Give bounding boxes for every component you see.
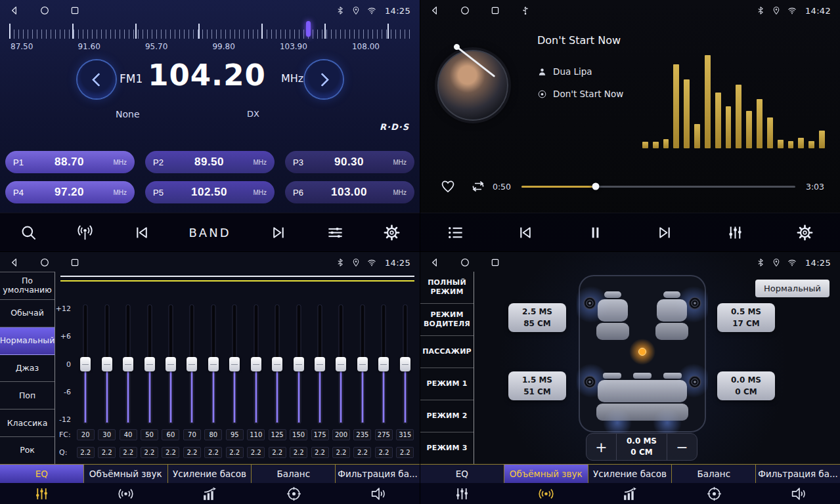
delay-decrease-button[interactable]: − — [667, 434, 697, 460]
previous-station-button[interactable] — [133, 224, 150, 242]
eq-band-slider[interactable] — [314, 304, 326, 424]
slider-handle[interactable] — [272, 357, 282, 371]
eq-band-slider[interactable] — [399, 304, 411, 424]
eq-band-slider[interactable] — [357, 304, 368, 424]
delay-rear-left[interactable]: 1.5 MS51 CM — [508, 371, 566, 400]
slider-handle[interactable] — [400, 357, 410, 371]
back-button[interactable] — [9, 5, 20, 16]
next-station-button[interactable] — [270, 224, 288, 242]
audio-eq-button[interactable] — [726, 224, 744, 242]
pause-button[interactable] — [586, 224, 604, 242]
settings-button[interactable] — [383, 224, 401, 242]
tab-balance[interactable]: Баланс — [252, 465, 336, 483]
delay-front-left[interactable]: 2.5 MS85 CM — [508, 303, 566, 332]
eq-band-slider[interactable] — [208, 304, 219, 424]
eq-preset-item[interactable]: Рок — [0, 437, 55, 464]
eq-band-slider[interactable] — [293, 304, 305, 424]
favorite-button[interactable] — [440, 178, 456, 194]
auto-store-button[interactable] — [76, 224, 94, 242]
recent-button[interactable] — [70, 5, 80, 16]
tab-filter[interactable]: Фильтрация ба... — [756, 465, 840, 483]
slider-handle[interactable] — [102, 357, 112, 371]
surround-sound-icon[interactable] — [538, 486, 554, 502]
slider-handle[interactable] — [166, 357, 176, 371]
tune-down-button[interactable] — [77, 60, 116, 98]
preset-p5[interactable]: P5102.50MHz — [145, 181, 275, 203]
listening-mode-item[interactable]: РЕЖИМ 3 — [420, 432, 474, 464]
preset-p3[interactable]: P390.30MHz — [285, 151, 414, 173]
slider-handle[interactable] — [80, 357, 91, 371]
slider-handle[interactable] — [144, 357, 155, 371]
back-button[interactable] — [430, 257, 440, 268]
home-button[interactable] — [39, 257, 50, 268]
band-button[interactable]: BAND — [189, 226, 231, 240]
delay-increase-button[interactable]: + — [586, 434, 617, 460]
sound-preset-button[interactable]: Нормальный — [755, 280, 829, 297]
scan-search-button[interactable] — [20, 224, 37, 242]
tab-surround-sound[interactable]: Объёмный звук — [84, 465, 168, 483]
delay-front-right[interactable]: 0.5 MS17 CM — [717, 303, 775, 332]
frequency-indicator[interactable] — [306, 21, 311, 37]
listening-mode-item[interactable]: ПАССАЖИР — [420, 336, 474, 368]
slider-handle[interactable] — [294, 357, 304, 371]
eq-band-slider[interactable] — [165, 304, 177, 424]
home-button[interactable] — [460, 257, 470, 268]
back-button[interactable] — [430, 5, 440, 16]
slider-handle[interactable] — [208, 357, 219, 371]
tab-balance[interactable]: Баланс — [672, 465, 756, 483]
slider-handle[interactable] — [229, 357, 240, 371]
tab-filter[interactable]: Фильтрация ба... — [336, 465, 420, 483]
preset-p2[interactable]: P289.50MHz — [145, 151, 275, 173]
home-button[interactable] — [460, 5, 470, 16]
eq-band-slider[interactable] — [250, 304, 262, 424]
recent-button[interactable] — [70, 257, 80, 268]
seek-bar-knob[interactable] — [592, 183, 599, 190]
listening-mode-item[interactable]: ПОЛНЫЙ РЕЖИМ — [420, 272, 474, 304]
preset-p4[interactable]: P497.20MHz — [5, 181, 135, 203]
frequency-ruler[interactable] — [9, 24, 410, 39]
settings-button[interactable] — [796, 224, 814, 242]
eq-preset-item[interactable]: По умолчанию — [0, 272, 55, 300]
playlist-button[interactable] — [447, 224, 464, 242]
eq-band-slider[interactable] — [335, 304, 347, 424]
tab-surround-sound[interactable]: Объёмный звук — [504, 465, 588, 483]
audio-settings-button[interactable] — [326, 224, 344, 242]
slider-handle[interactable] — [251, 357, 261, 371]
surround-sound-icon[interactable] — [118, 486, 134, 502]
slider-handle[interactable] — [336, 357, 346, 371]
eq-band-slider[interactable] — [186, 304, 198, 424]
eq-preset-item[interactable]: Классика — [0, 410, 55, 437]
tab-eq[interactable]: EQ — [420, 465, 504, 483]
car-seat-map[interactable] — [577, 274, 708, 433]
eq-preset-item[interactable]: Поп — [0, 382, 55, 410]
recent-button[interactable] — [490, 5, 500, 16]
slider-handle[interactable] — [123, 357, 133, 371]
slider-handle[interactable] — [378, 357, 389, 371]
eq-band-slider[interactable] — [79, 304, 91, 424]
filter-icon[interactable] — [370, 486, 386, 502]
recent-button[interactable] — [490, 257, 500, 268]
eq-preset-item[interactable]: Обычай — [0, 300, 55, 327]
eq-sliders-icon[interactable] — [33, 486, 50, 502]
eq-band-slider[interactable] — [144, 304, 156, 424]
eq-preset-item[interactable]: Нормальный — [0, 327, 55, 355]
tab-bass-boost[interactable]: Усиление басов — [588, 465, 673, 483]
bass-boost-icon[interactable] — [622, 486, 638, 502]
preset-p6[interactable]: P6103.00MHz — [285, 181, 414, 203]
bass-boost-icon[interactable] — [202, 486, 218, 502]
eq-sliders-icon[interactable] — [454, 486, 470, 502]
listening-mode-item[interactable]: РЕЖИМ 1 — [420, 368, 474, 400]
slider-handle[interactable] — [357, 357, 368, 371]
eq-band-slider[interactable] — [229, 304, 240, 424]
tab-eq[interactable]: EQ — [0, 465, 84, 483]
tab-bass-boost[interactable]: Усиление басов — [168, 465, 252, 483]
next-track-button[interactable] — [656, 224, 674, 242]
back-button[interactable] — [9, 257, 20, 268]
eq-preset-item[interactable]: Джаз — [0, 355, 55, 383]
listening-mode-item[interactable]: РЕЖИМ ВОДИТЕЛЯ — [420, 304, 474, 336]
repeat-button[interactable] — [470, 178, 486, 194]
eq-band-slider[interactable] — [271, 304, 283, 424]
previous-track-button[interactable] — [516, 224, 534, 242]
preset-p1[interactable]: P188.70MHz — [5, 151, 135, 173]
tune-up-button[interactable] — [305, 60, 343, 98]
